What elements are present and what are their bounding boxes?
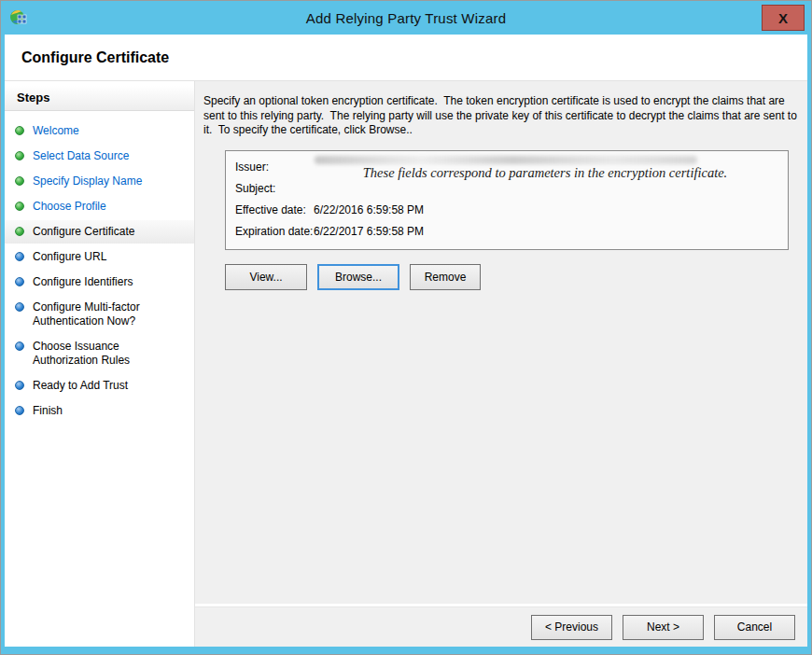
page-title: Configure Certificate [21, 49, 169, 66]
view-button[interactable]: View... [225, 264, 307, 290]
step-label: Select Data Source [33, 149, 129, 163]
sidebar-item-configure-url: Configure URL [5, 245, 194, 269]
sidebar-item-configure-certificate[interactable]: Configure Certificate [5, 220, 194, 244]
sidebar-item-finish: Finish [5, 399, 194, 423]
step-status-dot [15, 341, 24, 351]
steps-sidebar: Steps Welcome Select Data Source Specify… [5, 81, 195, 647]
close-icon: X [778, 10, 788, 26]
sidebar-item-choose-issuance-rules: Choose Issuance Authorization Rules [5, 335, 194, 372]
sidebar-item-specify-display-name[interactable]: Specify Display Name [5, 170, 194, 193]
step-status-dot [15, 302, 24, 312]
sidebar-item-welcome[interactable]: Welcome [5, 119, 194, 143]
close-button[interactable]: X [762, 5, 805, 31]
step-label: Choose Issuance Authorization Rules [33, 340, 177, 368]
step-label: Choose Profile [33, 200, 106, 214]
sidebar-item-ready-to-add-trust: Ready to Add Trust [5, 374, 194, 397]
sidebar-item-configure-identifiers: Configure Identifiers [5, 271, 194, 294]
step-label: Configure URL [33, 250, 106, 264]
step-status-dot [15, 176, 24, 186]
step-status-dot [15, 252, 24, 261]
step-label: Configure Identifiers [33, 275, 133, 289]
wizard-footer: < Previous Next > Cancel [195, 606, 807, 647]
certificate-details-box: These fields correspond to parameters in… [225, 150, 789, 250]
dialog-frame: Configure Certificate Steps Welcome Sele… [5, 35, 807, 647]
step-label: Specify Display Name [33, 174, 142, 188]
step-label: Ready to Add Trust [33, 379, 128, 393]
sidebar-item-choose-profile[interactable]: Choose Profile [5, 195, 194, 218]
effective-date-label: Effective date: [235, 203, 314, 217]
instruction-text: Specify an optional token encryption cer… [203, 94, 800, 138]
step-status-dot [15, 381, 24, 390]
certificate-annotation: These fields correspond to parameters in… [308, 165, 782, 181]
step-label: Welcome [33, 124, 79, 138]
expiration-date-row: Expiration date: 6/22/2017 6:59:58 PM [235, 225, 778, 239]
step-status-dot [15, 151, 24, 160]
effective-date-row: Effective date: 6/22/2016 6:59:58 PM [235, 203, 778, 217]
step-status-dot [15, 277, 24, 286]
remove-button[interactable]: Remove [410, 264, 481, 290]
cancel-button[interactable]: Cancel [714, 615, 795, 640]
steps-heading: Steps [5, 86, 194, 111]
step-status-dot [15, 202, 24, 211]
browse-button[interactable]: Browse... [317, 264, 399, 290]
previous-button[interactable]: < Previous [531, 615, 612, 640]
subject-label: Subject: [235, 182, 314, 196]
step-status-dot [15, 126, 24, 135]
step-label: Configure Multi-factor Authentication No… [33, 300, 177, 328]
sidebar-item-configure-mfa: Configure Multi-factor Authentication No… [5, 296, 194, 333]
certificate-actions: View... Browse... Remove [225, 264, 800, 290]
page-header: Configure Certificate [5, 35, 807, 81]
step-status-dot [15, 406, 24, 415]
wizard-window: Add Relying Party Trust Wizard X Configu… [0, 0, 812, 655]
steps-list: Welcome Select Data Source Specify Displ… [5, 119, 194, 423]
step-label: Finish [33, 404, 63, 418]
step-label: Configure Certificate [33, 225, 134, 239]
redacted-issuer-smudge [315, 156, 697, 164]
window-title: Add Relying Party Trust Wizard [1, 1, 811, 35]
issuer-label: Issuer: [235, 160, 314, 174]
next-button[interactable]: Next > [623, 615, 704, 640]
sidebar-item-select-data-source[interactable]: Select Data Source [5, 145, 194, 168]
titlebar[interactable]: Add Relying Party Trust Wizard X [1, 1, 811, 35]
content-pane: Specify an optional token encryption cer… [195, 81, 807, 604]
step-status-dot [15, 227, 24, 236]
expiration-date-label: Expiration date: [235, 225, 314, 239]
effective-date-value: 6/22/2016 6:59:58 PM [314, 203, 424, 217]
expiration-date-value: 6/22/2017 6:59:58 PM [314, 225, 424, 239]
subject-row: Subject: [235, 182, 778, 196]
